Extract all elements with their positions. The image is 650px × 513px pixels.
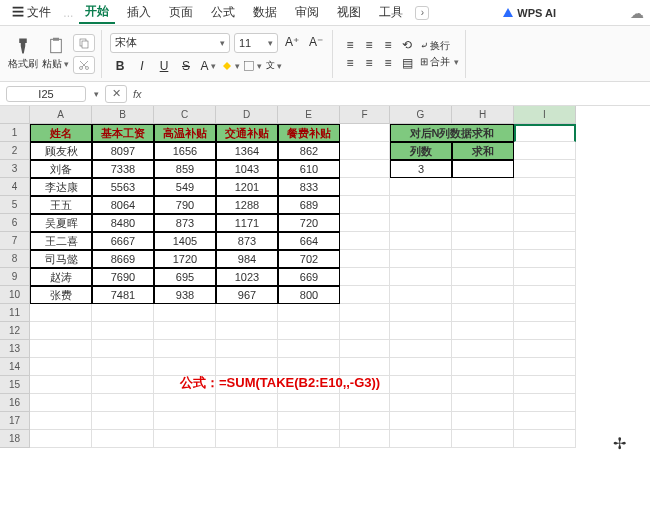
cell-I8[interactable] [514,250,576,268]
row-header-12[interactable]: 12 [0,322,30,340]
row-header-18[interactable]: 18 [0,430,30,448]
cell-I9[interactable] [514,268,576,286]
cell-F12[interactable] [340,322,390,340]
row-header-1[interactable]: 1 [0,124,30,142]
orientation-button[interactable]: ⟲ [398,37,416,53]
indent-button[interactable]: ▤ [398,55,416,71]
menu-insert[interactable]: 插入 [121,2,157,23]
cell-C18[interactable] [154,430,216,448]
menu-review[interactable]: 审阅 [289,2,325,23]
cell-C5[interactable]: 790 [154,196,216,214]
row-header-2[interactable]: 2 [0,142,30,160]
cell-D13[interactable] [216,340,278,358]
cell-H2[interactable]: 求和 [452,142,514,160]
cell-E18[interactable] [278,430,340,448]
cell-I15[interactable] [514,376,576,394]
menu-start[interactable]: 开始 [79,1,115,24]
cell-F9[interactable] [340,268,390,286]
cloud-icon[interactable]: ☁ [630,5,644,21]
col-header-D[interactable]: D [216,106,278,124]
cell-F1[interactable] [340,124,390,142]
cell-A17[interactable] [30,412,92,430]
row-header-8[interactable]: 8 [0,250,30,268]
cell-H16[interactable] [452,394,514,412]
cell-H10[interactable] [452,286,514,304]
col-header-C[interactable]: C [154,106,216,124]
cell-G16[interactable] [390,394,452,412]
cell-I18[interactable] [514,430,576,448]
cell-H15[interactable] [452,376,514,394]
cell-C10[interactable]: 938 [154,286,216,304]
cell-G3[interactable]: 3 [390,160,452,178]
row-header-5[interactable]: 5 [0,196,30,214]
align-top-button[interactable]: ≡ [341,37,359,53]
cell-H17[interactable] [452,412,514,430]
row-header-3[interactable]: 3 [0,160,30,178]
cell-A9[interactable]: 赵涛 [30,268,92,286]
cell-C17[interactable] [154,412,216,430]
cell-E16[interactable] [278,394,340,412]
cell-H5[interactable] [452,196,514,214]
cell-B8[interactable]: 8669 [92,250,154,268]
cell-I4[interactable] [514,178,576,196]
cell-A7[interactable]: 王二喜 [30,232,92,250]
italic-button[interactable]: I [132,57,152,75]
cell-A15[interactable] [30,376,92,394]
cell-B10[interactable]: 7481 [92,286,154,304]
cell-D12[interactable] [216,322,278,340]
align-center-button[interactable]: ≡ [360,55,378,71]
cell-A14[interactable] [30,358,92,376]
cell-D5[interactable]: 1288 [216,196,278,214]
cell-B7[interactable]: 6667 [92,232,154,250]
increase-font-button[interactable]: A⁺ [282,33,302,51]
fx-label[interactable]: fx [133,88,142,100]
cell-A13[interactable] [30,340,92,358]
row-header-10[interactable]: 10 [0,286,30,304]
cell-F16[interactable] [340,394,390,412]
cell-D6[interactable]: 1171 [216,214,278,232]
cell-G18[interactable] [390,430,452,448]
cell-I17[interactable] [514,412,576,430]
cell-A8[interactable]: 司马懿 [30,250,92,268]
cell-I10[interactable] [514,286,576,304]
cell-B12[interactable] [92,322,154,340]
cell-F4[interactable] [340,178,390,196]
cell-F6[interactable] [340,214,390,232]
cell-H3[interactable] [452,160,514,178]
cell-E6[interactable]: 720 [278,214,340,232]
cell-G12[interactable] [390,322,452,340]
underline-button[interactable]: U [154,57,174,75]
cell-H18[interactable] [452,430,514,448]
cell-G11[interactable] [390,304,452,322]
row-header-16[interactable]: 16 [0,394,30,412]
cell-F11[interactable] [340,304,390,322]
cell-D18[interactable] [216,430,278,448]
cell-E17[interactable] [278,412,340,430]
border-button[interactable]: ▾ [242,57,262,75]
cell-I5[interactable] [514,196,576,214]
col-header-F[interactable]: F [340,106,390,124]
cell-E7[interactable]: 664 [278,232,340,250]
cell-A12[interactable] [30,322,92,340]
select-all-corner[interactable] [0,106,30,124]
cell-D8[interactable]: 984 [216,250,278,268]
menu-more-button[interactable]: › [415,6,429,20]
cell-G6[interactable] [390,214,452,232]
cell-B13[interactable] [92,340,154,358]
cell-D10[interactable]: 967 [216,286,278,304]
font-name-select[interactable]: 宋体▾ [110,33,230,53]
font-size-select[interactable]: 11▾ [234,33,278,53]
cell-G5[interactable] [390,196,452,214]
cell-I2[interactable] [514,142,576,160]
cell-A3[interactable]: 刘备 [30,160,92,178]
cell-D11[interactable] [216,304,278,322]
cancel-formula-button[interactable]: ✕ [105,85,127,103]
cell-G2[interactable]: 列数 [390,142,452,160]
cell-I12[interactable] [514,322,576,340]
cell-I3[interactable] [514,160,576,178]
cell-C13[interactable] [154,340,216,358]
row-header-13[interactable]: 13 [0,340,30,358]
row-header-14[interactable]: 14 [0,358,30,376]
cell-C4[interactable]: 549 [154,178,216,196]
col-header-H[interactable]: H [452,106,514,124]
